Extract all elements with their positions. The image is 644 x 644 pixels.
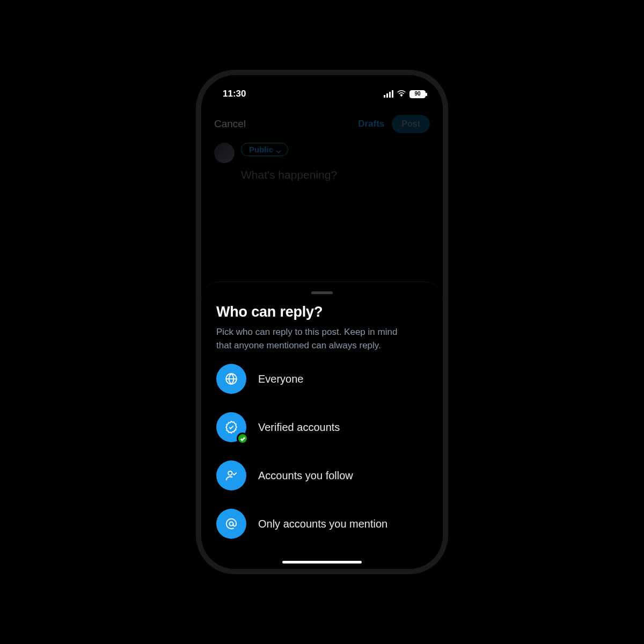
sheet-title: Who can reply?: [216, 304, 428, 320]
screen: 11:30 90 Cancel Drafts Post: [201, 75, 443, 569]
mention-icon: [216, 509, 246, 539]
sheet-description: Pick who can reply to this post. Keep in…: [216, 326, 409, 352]
option-following[interactable]: Accounts you follow: [216, 460, 428, 491]
status-time: 11:30: [223, 89, 246, 99]
wifi-icon: [397, 89, 406, 99]
cancel-button[interactable]: Cancel: [214, 118, 246, 130]
status-right: 90: [384, 89, 426, 99]
option-mentioned[interactable]: Only accounts you mention: [216, 509, 428, 539]
post-button[interactable]: Post: [392, 115, 430, 133]
dynamic-island: [288, 85, 356, 105]
reply-settings-sheet: Who can reply? Pick who can reply to thi…: [201, 282, 443, 569]
battery-icon: 90: [409, 90, 426, 98]
person-check-icon: [216, 460, 246, 491]
reply-options-list: Everyone Verified accounts Acco: [216, 364, 428, 539]
audience-selector[interactable]: Public: [241, 143, 288, 156]
globe-icon: [216, 364, 246, 394]
compose-placeholder[interactable]: What's happening?: [241, 169, 430, 181]
avatar[interactable]: [214, 143, 235, 163]
option-label: Verified accounts: [258, 421, 340, 434]
option-label: Everyone: [258, 373, 304, 385]
cellular-icon: [384, 90, 393, 98]
svg-point-2: [229, 522, 233, 526]
selected-check-icon: [237, 433, 248, 444]
audience-label: Public: [249, 145, 273, 154]
phone-frame: 11:30 90 Cancel Drafts Post: [201, 75, 443, 569]
option-everyone[interactable]: Everyone: [216, 364, 428, 394]
verified-icon: [216, 412, 246, 442]
sheet-grabber[interactable]: [311, 291, 333, 294]
drafts-button[interactable]: Drafts: [358, 119, 384, 129]
chevron-down-icon: [276, 147, 281, 152]
svg-point-1: [228, 471, 232, 475]
home-indicator[interactable]: [282, 561, 362, 564]
battery-level: 90: [414, 91, 420, 97]
option-label: Only accounts you mention: [258, 518, 387, 530]
option-verified[interactable]: Verified accounts: [216, 412, 428, 442]
option-label: Accounts you follow: [258, 470, 353, 482]
